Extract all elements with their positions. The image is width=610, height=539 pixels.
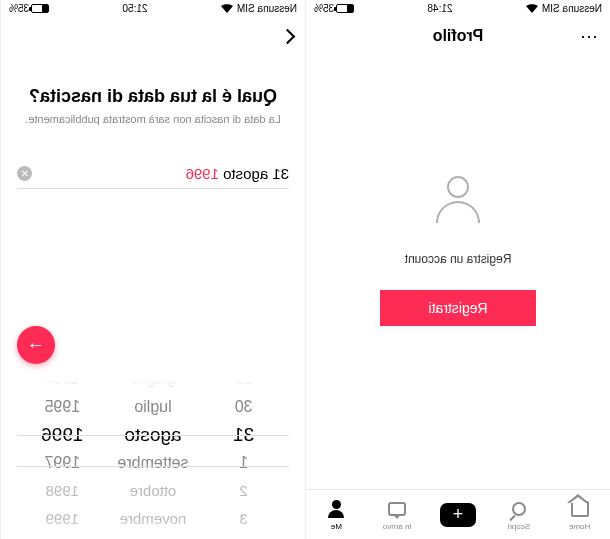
dob-body: Qual é la tua data di nascita? La data d…: [1, 56, 305, 539]
register-button[interactable]: Registrati: [380, 290, 535, 326]
picker-item[interactable]: agosto: [124, 421, 181, 449]
tab-label: In arrivo: [383, 522, 412, 531]
wifi-icon: [526, 4, 538, 13]
plus-icon: +: [440, 503, 476, 527]
picker-item[interactable]: 1995: [45, 393, 81, 421]
picker-item[interactable]: 1999: [46, 505, 79, 533]
picker-item[interactable]: luglio: [134, 393, 171, 421]
back-icon[interactable]: [280, 28, 296, 44]
tab-inbox[interactable]: In arrivo: [367, 490, 428, 539]
page-title: Profilo: [433, 27, 484, 45]
picker-month-column[interactable]: maggiogiugnoluglioagostosettembreottobre…: [108, 379, 199, 539]
picker-year-column[interactable]: 1993199419951996199719981999: [17, 379, 108, 539]
wifi-icon: [221, 4, 233, 13]
clear-icon[interactable]: ✕: [17, 166, 32, 181]
register-prompt: Registra un account: [405, 252, 512, 266]
tab-label: Home: [569, 522, 590, 531]
picker-item[interactable]: 30: [235, 393, 253, 421]
clock: 21:48: [427, 3, 452, 14]
picker-item[interactable]: 2: [240, 477, 248, 505]
more-icon[interactable]: ⋯: [579, 25, 598, 47]
tab-me[interactable]: Me: [306, 490, 367, 539]
tab-home[interactable]: Home: [549, 490, 610, 539]
picker-item[interactable]: 31: [233, 421, 254, 449]
tab-create[interactable]: +: [428, 490, 489, 539]
carrier-label: Nessuna SIM: [542, 3, 602, 14]
next-button[interactable]: →: [17, 326, 55, 364]
date-picker[interactable]: 28293031123 maggiogiugnoluglioagostosett…: [17, 379, 289, 539]
picker-item[interactable]: 1997: [45, 449, 81, 477]
clock: 21:50: [122, 3, 147, 14]
battery-percent: 35%: [314, 3, 334, 14]
profile-screen: Nessuna SIM 21:48 35% ⋯ Profilo Registra…: [305, 0, 610, 539]
picker-day-column[interactable]: 28293031123: [198, 379, 289, 539]
picker-item[interactable]: giugno: [130, 379, 175, 393]
profile-body: Registra un account Registrati: [306, 56, 610, 489]
date-input[interactable]: 31 agosto 1996 ✕: [17, 165, 289, 189]
tab-bar: Home Scopri + In arrivo Me: [306, 489, 610, 539]
carrier-label: Nessuna SIM: [237, 3, 297, 14]
picker-item[interactable]: novembre: [120, 505, 187, 533]
arrow-right-icon: →: [27, 335, 45, 356]
picker-item[interactable]: 1994: [46, 379, 79, 393]
nav-bar: [1, 16, 305, 56]
picker-item[interactable]: 1998: [46, 477, 79, 505]
home-icon: [571, 501, 589, 517]
person-icon: [328, 500, 344, 518]
picker-item[interactable]: 1996: [41, 421, 83, 449]
picker-item[interactable]: ottobre: [130, 477, 177, 505]
tab-discover[interactable]: Scopri: [488, 490, 549, 539]
battery-indicator: 35%: [314, 3, 354, 14]
search-icon: [512, 502, 526, 516]
inbox-icon: [388, 502, 406, 516]
picker-item[interactable]: 29: [235, 379, 252, 393]
nav-bar: ⋯ Profilo: [306, 16, 610, 56]
battery-indicator: 35%: [9, 3, 49, 14]
picker-item[interactable]: 3: [240, 505, 248, 533]
battery-percent: 35%: [9, 3, 29, 14]
avatar-placeholder-icon: [428, 176, 488, 236]
status-bar: Nessuna SIM 21:48 35%: [306, 0, 610, 16]
picker-item[interactable]: 1: [239, 449, 248, 477]
tab-label: Me: [331, 522, 342, 531]
dob-screen: Nessuna SIM 21:50 35% Qual é la tua data…: [0, 0, 305, 539]
tab-label: Scopri: [507, 522, 530, 531]
status-bar: Nessuna SIM 21:50 35%: [1, 0, 305, 16]
dob-subtext: La data di nascita non sarà mostrata pub…: [17, 113, 289, 125]
picker-item[interactable]: settembre: [117, 449, 188, 477]
dob-question: Qual é la tua data di nascita?: [17, 86, 289, 107]
date-value: 31 agosto 1996: [186, 165, 289, 182]
